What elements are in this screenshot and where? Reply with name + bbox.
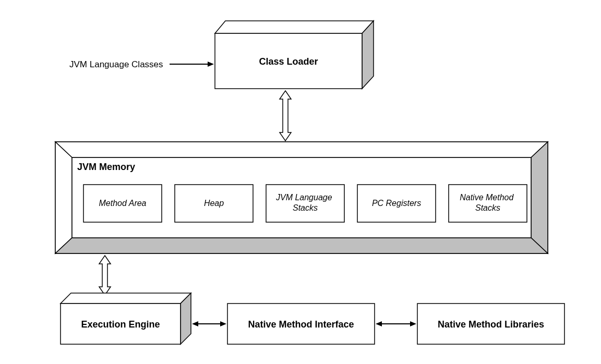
- jvm-language-classes-label: JVM Language Classes: [69, 59, 163, 69]
- pc-registers-box: PC Registers: [357, 185, 436, 222]
- svg-marker-10: [55, 238, 548, 253]
- jvm-language-stacks-box: JVM Language Stacks: [266, 185, 344, 222]
- svg-marker-7: [55, 142, 548, 157]
- native-method-stacks-line1: Native Method: [460, 193, 514, 202]
- svg-marker-2: [215, 21, 374, 33]
- class-loader-box: Class Loader: [215, 21, 374, 89]
- pc-registers-label: PC Registers: [372, 199, 421, 208]
- heap-box: Heap: [175, 185, 253, 222]
- jvm-architecture-diagram: Class Loader JVM Language Classes JVM Me…: [0, 0, 601, 364]
- svg-marker-9: [531, 142, 548, 253]
- native-method-libraries-label: Native Method Libraries: [438, 319, 544, 330]
- svg-marker-8: [55, 142, 72, 253]
- class-loader-label: Class Loader: [259, 56, 318, 67]
- native-method-interface-label: Native Method Interface: [248, 319, 354, 330]
- jvm-memory-title: JVM Memory: [77, 162, 135, 172]
- svg-marker-19: [99, 256, 111, 295]
- native-method-libraries-box: Native Method Libraries: [417, 304, 564, 344]
- svg-marker-3: [362, 21, 374, 89]
- execution-engine-box: Execution Engine: [61, 293, 191, 344]
- arrow-memory-execution: [99, 256, 111, 295]
- jvm-memory-box: JVM Memory Method Area Heap JVM Language…: [55, 142, 548, 253]
- execution-engine-label: Execution Engine: [81, 319, 160, 330]
- heap-label: Heap: [204, 199, 224, 208]
- memory-items: Method Area Heap JVM Language Stacks PC …: [83, 185, 527, 222]
- native-method-stacks-line2: Stacks: [475, 203, 500, 212]
- arrow-classloader-memory: [280, 91, 291, 141]
- jvm-language-stacks-line2: Stacks: [293, 203, 318, 212]
- svg-marker-5: [280, 91, 291, 141]
- native-method-stacks-box: Native Method Stacks: [449, 185, 527, 222]
- native-method-interface-box: Native Method Interface: [227, 304, 375, 344]
- method-area-box: Method Area: [83, 185, 162, 222]
- method-area-label: Method Area: [99, 199, 146, 208]
- jvm-language-stacks-line1: JVM Language: [275, 193, 332, 202]
- svg-marker-20: [61, 293, 191, 304]
